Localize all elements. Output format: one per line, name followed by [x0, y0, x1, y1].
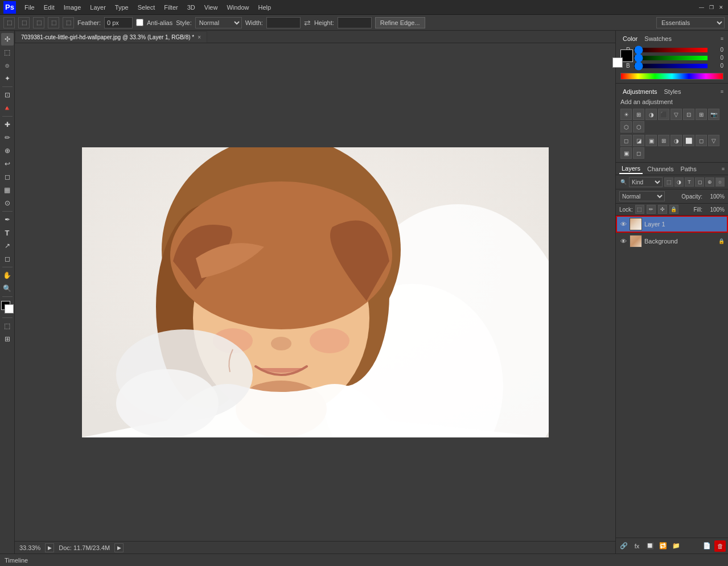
- filter-toggle-btn[interactable]: ○: [715, 177, 725, 187]
- screen-mode-tool[interactable]: ⊞: [1, 333, 14, 345]
- status-arrow-button[interactable]: ▶: [114, 543, 124, 552]
- delete-layer-button[interactable]: 🗑: [714, 540, 726, 552]
- tab-close-button[interactable]: ×: [198, 34, 201, 40]
- color-swatches[interactable]: [1, 301, 14, 313]
- status-expand-button[interactable]: ▶: [45, 543, 54, 552]
- swatches-tab[interactable]: Swatches: [642, 34, 674, 43]
- lock-position-btn[interactable]: ✣: [658, 205, 667, 214]
- photo-filter-icon[interactable]: ⬡: [620, 121, 632, 133]
- minimize-button[interactable]: —: [698, 3, 705, 11]
- feather-input[interactable]: [104, 17, 133, 28]
- menu-image[interactable]: Image: [60, 3, 85, 12]
- color-panel-collapse[interactable]: ≡: [721, 36, 723, 42]
- adj-panel-collapse[interactable]: ≡: [721, 89, 723, 94]
- document-tab[interactable]: 7039381-cute-little-girl-hd-wallpaper.jp…: [15, 31, 207, 43]
- selective-color-icon[interactable]: ◑: [671, 135, 682, 146]
- pixel-filter-btn[interactable]: ⬚: [664, 177, 673, 187]
- clone-stamp-tool[interactable]: ⊕: [1, 144, 14, 157]
- move-tool[interactable]: ✣: [1, 33, 14, 46]
- color-balance-icon[interactable]: ⊞: [696, 109, 707, 120]
- menu-window[interactable]: Window: [223, 3, 253, 12]
- lock-transparent-btn[interactable]: ⬚: [635, 205, 644, 214]
- layers-filter-select[interactable]: Kind: [629, 177, 663, 187]
- lock-pixels-btn[interactable]: ✏: [647, 205, 656, 214]
- layer1-visibility[interactable]: 👁: [619, 220, 627, 228]
- dodge-tool[interactable]: ⊙: [1, 197, 14, 209]
- blend-mode-select[interactable]: Normal Multiply Screen Overlay: [619, 191, 665, 201]
- color-spectrum[interactable]: [620, 73, 723, 80]
- link-layers-button[interactable]: 🔗: [618, 540, 630, 552]
- lock-all-btn[interactable]: 🔒: [669, 205, 678, 214]
- add-mask-button[interactable]: 🔲: [644, 540, 656, 552]
- eyedropper-tool[interactable]: 🔺: [1, 102, 14, 114]
- invert-icon[interactable]: ◻: [620, 135, 632, 146]
- gradient-tool[interactable]: ▦: [1, 184, 14, 196]
- layer-style-button[interactable]: fx: [631, 540, 643, 552]
- paths-tab[interactable]: Paths: [678, 164, 699, 173]
- styles-tab[interactable]: Styles: [662, 87, 684, 96]
- zoom-tool[interactable]: 🔍: [1, 282, 14, 295]
- adj6-icon[interactable]: ⬜: [683, 135, 694, 146]
- background-color[interactable]: [5, 304, 14, 313]
- pen-tool[interactable]: ✒: [1, 213, 14, 226]
- brightness-contrast-icon[interactable]: ☀: [620, 109, 632, 120]
- canvas-image[interactable]: [82, 147, 549, 437]
- lasso-tool[interactable]: ⌾: [1, 59, 14, 72]
- threshold-icon[interactable]: ▣: [645, 135, 657, 146]
- black-white-icon[interactable]: 📷: [708, 109, 719, 120]
- menu-view[interactable]: View: [200, 3, 222, 12]
- new-layer-button[interactable]: 📄: [701, 540, 713, 552]
- close-button[interactable]: ✕: [717, 3, 725, 11]
- menu-select[interactable]: Select: [134, 3, 159, 12]
- adjustment-filter-btn[interactable]: ◑: [674, 177, 684, 187]
- history-brush-tool[interactable]: ↩: [1, 158, 14, 170]
- layers-tab[interactable]: Layers: [619, 164, 643, 174]
- path-selection-tool[interactable]: ↗: [1, 239, 14, 252]
- marquee-tool[interactable]: ⬚: [1, 46, 14, 59]
- menu-layer[interactable]: Layer: [86, 3, 110, 12]
- maximize-button[interactable]: ❐: [708, 3, 715, 11]
- layers-panel-collapse[interactable]: ≡: [722, 166, 725, 172]
- menu-filter[interactable]: Filter: [160, 3, 182, 12]
- gradient-map-icon[interactable]: ⊞: [658, 135, 669, 146]
- layer-item-layer1[interactable]: 👁 Layer 1: [616, 216, 728, 233]
- style-select[interactable]: Normal Fixed Ratio Fixed Size: [195, 17, 242, 28]
- type-tool[interactable]: T: [1, 226, 14, 239]
- bg-swatch[interactable]: [612, 57, 623, 68]
- channels-tab[interactable]: Channels: [645, 164, 676, 173]
- menu-type[interactable]: Type: [111, 3, 133, 12]
- posterize-icon[interactable]: ◪: [633, 135, 644, 146]
- shape-filter-btn[interactable]: ◻: [695, 177, 704, 187]
- menu-edit[interactable]: Edit: [40, 3, 59, 12]
- adj8-icon[interactable]: ▽: [708, 135, 719, 146]
- quick-mask-tool[interactable]: ⬚: [1, 320, 14, 332]
- hand-tool[interactable]: ✋: [1, 269, 14, 282]
- curves-icon[interactable]: ◑: [645, 109, 657, 120]
- adj10-icon[interactable]: ◻: [633, 147, 644, 159]
- vibrance-icon[interactable]: ▽: [671, 109, 682, 120]
- menu-3d[interactable]: 3D: [183, 3, 199, 12]
- eraser-tool[interactable]: ◻: [1, 171, 14, 183]
- width-input[interactable]: [266, 17, 301, 28]
- channel-mixer-icon[interactable]: ⬡: [633, 121, 644, 133]
- blue-slider[interactable]: [634, 64, 708, 68]
- brush-tool[interactable]: ✏: [1, 131, 14, 144]
- shape-tool[interactable]: ◻: [1, 253, 14, 265]
- background-visibility[interactable]: 👁: [619, 237, 627, 245]
- layer-item-background[interactable]: 👁 Background 🔒: [616, 233, 728, 250]
- green-slider[interactable]: [634, 56, 708, 60]
- hue-saturation-icon[interactable]: ⊡: [683, 109, 694, 120]
- menu-file[interactable]: File: [20, 3, 39, 12]
- menu-help[interactable]: Help: [254, 3, 275, 12]
- height-input[interactable]: [338, 17, 372, 28]
- color-tab[interactable]: Color: [620, 34, 640, 43]
- adjustments-tab[interactable]: Adjustments: [620, 87, 660, 96]
- smart-filter-btn[interactable]: ⊕: [705, 177, 714, 187]
- red-slider[interactable]: [634, 48, 708, 52]
- adj7-icon[interactable]: ◻: [696, 135, 707, 146]
- type-filter-btn[interactable]: T: [685, 177, 694, 187]
- new-group-button[interactable]: 📁: [671, 540, 682, 552]
- fg-bg-swatches[interactable]: [620, 49, 623, 68]
- refine-edge-button[interactable]: Refine Edge...: [375, 17, 425, 28]
- healing-brush-tool[interactable]: ✚: [1, 118, 14, 131]
